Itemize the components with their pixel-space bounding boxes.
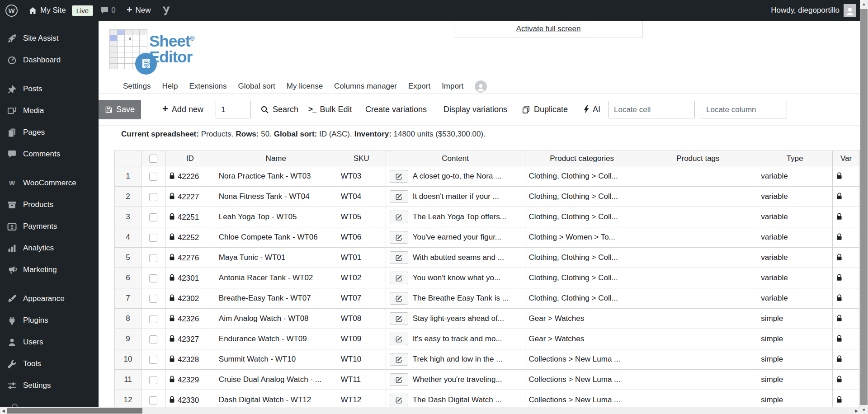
type-cell[interactable]: variable bbox=[757, 227, 833, 248]
sidebar-item-woocommerce[interactable]: WWooCommerce bbox=[0, 172, 99, 194]
content-cell[interactable]: You won't know what yo... bbox=[386, 268, 525, 288]
column-header-type[interactable]: Type bbox=[757, 151, 833, 166]
admin-bar-comments[interactable]: 0 bbox=[100, 6, 115, 15]
content-cell[interactable]: The Leah Yoga Top offers... bbox=[386, 207, 525, 227]
column-header-check[interactable] bbox=[141, 151, 165, 166]
tags-cell[interactable] bbox=[639, 187, 757, 207]
edit-content-button[interactable] bbox=[390, 292, 408, 305]
tags-cell[interactable] bbox=[639, 207, 757, 227]
sku-cell[interactable]: WT10 bbox=[337, 349, 386, 370]
create-variations-button[interactable]: Create variations bbox=[365, 100, 427, 119]
name-cell[interactable]: Breathe-Easy Tank - WT07 bbox=[215, 288, 337, 309]
categories-cell[interactable]: Clothing, Clothing > Coll... bbox=[525, 207, 639, 227]
sku-cell[interactable]: WT03 bbox=[337, 166, 386, 187]
tags-cell[interactable] bbox=[639, 227, 757, 248]
sidebar-item-appearance[interactable]: Appearance bbox=[0, 288, 99, 310]
name-cell[interactable]: Chloe Compete Tank - WT06 bbox=[215, 227, 337, 248]
row-checkbox[interactable] bbox=[149, 193, 157, 201]
content-cell[interactable]: You've earned your figur... bbox=[386, 227, 525, 248]
menu-item-import[interactable]: Import bbox=[442, 82, 463, 91]
column-header-var[interactable]: Var bbox=[832, 151, 859, 166]
vertical-scrollbar[interactable]: ▲ ▼ bbox=[860, 0, 868, 414]
sidebar-item-tools[interactable]: Tools bbox=[0, 353, 99, 375]
content-cell[interactable]: A closet go-to, the Nora ... bbox=[386, 166, 525, 187]
sidebar-item-posts[interactable]: Posts bbox=[0, 78, 99, 100]
id-cell[interactable]: 42328 bbox=[165, 349, 215, 370]
sku-cell[interactable]: WT06 bbox=[337, 227, 386, 248]
row-select-cell[interactable] bbox=[141, 329, 165, 349]
horizontal-scrollbar-thumb[interactable] bbox=[7, 408, 142, 414]
bulk-edit-button[interactable]: >_ Bulk Edit bbox=[308, 100, 352, 119]
categories-cell[interactable]: Collections > New Luma ... bbox=[525, 349, 639, 370]
select-all-checkbox[interactable] bbox=[149, 155, 157, 163]
row-number[interactable]: 8 bbox=[115, 309, 142, 329]
column-header-sku[interactable]: SKU bbox=[337, 151, 386, 166]
column-header-content[interactable]: Content bbox=[386, 151, 525, 166]
column-header-product-categories[interactable]: Product categories bbox=[525, 151, 639, 166]
type-cell[interactable]: variable bbox=[757, 248, 833, 268]
sidebar-item-marketing[interactable]: Marketing bbox=[0, 259, 99, 281]
edit-content-button[interactable] bbox=[390, 373, 408, 386]
id-cell[interactable]: 42326 bbox=[165, 309, 215, 329]
variations-cell[interactable] bbox=[832, 166, 859, 187]
type-cell[interactable]: simple bbox=[757, 329, 833, 349]
edit-content-button[interactable] bbox=[390, 251, 408, 264]
variations-cell[interactable] bbox=[832, 349, 859, 370]
sidebar-item-plugins[interactable]: Plugins bbox=[0, 310, 99, 331]
id-cell[interactable]: 42227 bbox=[165, 187, 215, 207]
id-cell[interactable]: 42301 bbox=[165, 268, 215, 288]
id-cell[interactable]: 42327 bbox=[165, 329, 215, 349]
variations-cell[interactable] bbox=[832, 329, 859, 349]
howdy-label[interactable]: Howdy, diegoportillo bbox=[771, 6, 840, 15]
locate-column-input[interactable] bbox=[701, 101, 787, 118]
id-cell[interactable]: 42302 bbox=[165, 288, 215, 309]
tags-cell[interactable] bbox=[639, 288, 757, 309]
categories-cell[interactable]: Clothing > Women > To... bbox=[525, 227, 639, 248]
name-cell[interactable]: Maya Tunic - WT01 bbox=[215, 248, 337, 268]
name-cell[interactable]: Antonia Racer Tank - WT02 bbox=[215, 268, 337, 288]
column-header-product-tags[interactable]: Product tags bbox=[639, 151, 757, 166]
row-number[interactable]: 6 bbox=[115, 268, 142, 288]
variations-cell[interactable] bbox=[832, 268, 859, 288]
column-header-id[interactable]: ID bbox=[165, 151, 215, 166]
categories-cell[interactable]: Clothing, Clothing > Coll... bbox=[525, 166, 639, 187]
tags-cell[interactable] bbox=[639, 370, 757, 390]
variations-cell[interactable] bbox=[832, 309, 859, 329]
column-header-name[interactable]: Name bbox=[215, 151, 337, 166]
row-checkbox[interactable] bbox=[149, 356, 157, 364]
menu-item-export[interactable]: Export bbox=[408, 82, 430, 91]
type-cell[interactable]: variable bbox=[757, 166, 833, 187]
display-variations-button[interactable]: Display variations bbox=[443, 100, 507, 119]
sidebar-item-users[interactable]: Users bbox=[0, 331, 99, 353]
row-select-cell[interactable] bbox=[141, 227, 165, 248]
scroll-left-arrow-icon[interactable]: ◀ bbox=[0, 407, 7, 414]
row-number[interactable]: 5 bbox=[115, 248, 142, 268]
variations-cell[interactable] bbox=[832, 248, 859, 268]
rows-to-add-input[interactable] bbox=[216, 101, 251, 118]
sidebar-item-settings[interactable]: Settings bbox=[0, 375, 99, 396]
row-number[interactable]: 4 bbox=[115, 227, 142, 248]
content-cell[interactable]: It's easy to track and mo... bbox=[386, 329, 525, 349]
sku-cell[interactable]: WT08 bbox=[337, 309, 386, 329]
row-number[interactable]: 1 bbox=[115, 166, 142, 187]
sidebar-item-comments[interactable]: Comments bbox=[0, 143, 99, 165]
admin-bar-my-site[interactable]: My Site bbox=[28, 6, 66, 15]
row-select-cell[interactable] bbox=[141, 187, 165, 207]
row-number[interactable]: 10 bbox=[115, 349, 142, 370]
row-checkbox[interactable] bbox=[149, 213, 157, 221]
locate-cell-input[interactable] bbox=[609, 101, 695, 118]
row-select-cell[interactable] bbox=[141, 248, 165, 268]
sku-cell[interactable]: WT07 bbox=[337, 288, 386, 309]
row-select-cell[interactable] bbox=[141, 166, 165, 187]
row-checkbox[interactable] bbox=[149, 315, 157, 323]
tags-cell[interactable] bbox=[639, 309, 757, 329]
content-cell[interactable]: Trek high and low in the ... bbox=[386, 349, 525, 370]
menu-item-global-sort[interactable]: Global sort bbox=[238, 82, 275, 91]
scroll-down-arrow-icon[interactable]: ▼ bbox=[860, 406, 868, 414]
content-cell[interactable]: Stay light-years ahead of... bbox=[386, 309, 525, 329]
row-checkbox[interactable] bbox=[149, 396, 157, 405]
name-cell[interactable]: Nona Fitness Tank - WT04 bbox=[215, 187, 337, 207]
row-select-cell[interactable] bbox=[141, 370, 165, 390]
edit-content-button[interactable] bbox=[390, 312, 408, 325]
type-cell[interactable]: variable bbox=[757, 207, 833, 227]
